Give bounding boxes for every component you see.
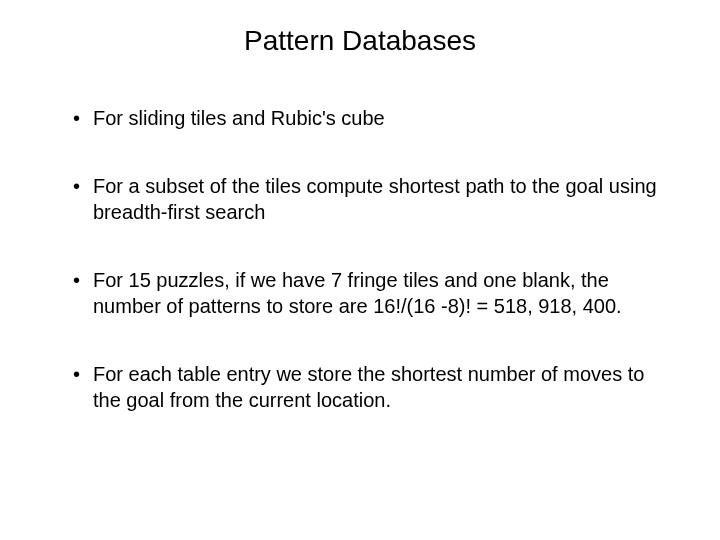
bullet-list: For sliding tiles and Rubic's cube For a… [45, 105, 675, 413]
list-item: For 15 puzzles, if we have 7 fringe tile… [73, 267, 675, 319]
list-item: For a subset of the tiles compute shorte… [73, 173, 675, 225]
list-item: For sliding tiles and Rubic's cube [73, 105, 675, 131]
slide-title: Pattern Databases [45, 25, 675, 57]
list-item: For each table entry we store the shorte… [73, 361, 675, 413]
